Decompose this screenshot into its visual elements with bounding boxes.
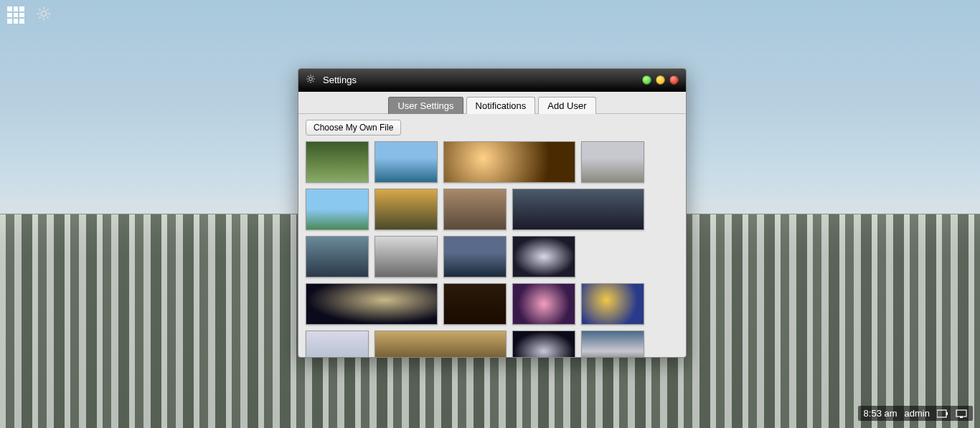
battery-icon[interactable] xyxy=(937,409,948,418)
wallpaper-thumb-moonlit-sea[interactable] xyxy=(443,236,507,277)
wallpaper-thumb-fractal-orange[interactable] xyxy=(581,283,644,325)
gear-icon xyxy=(306,74,316,87)
gear-icon[interactable] xyxy=(36,6,52,24)
window-control-buttons xyxy=(642,75,679,85)
taskbar: 8:53 am admin xyxy=(858,406,973,421)
svg-rect-2 xyxy=(937,410,946,417)
wallpaper-scroll-area[interactable]: Choose My Own File xyxy=(298,114,686,357)
svg-point-1 xyxy=(309,77,313,80)
choose-file-button[interactable]: Choose My Own File xyxy=(306,120,401,135)
tab-notifications[interactable]: Notifications xyxy=(466,97,536,114)
tab-add-user[interactable]: Add User xyxy=(538,97,595,114)
wallpaper-thumb-coastline[interactable] xyxy=(374,141,438,183)
window-title: Settings xyxy=(323,75,357,85)
wallpaper-thumb-cruise-ship[interactable] xyxy=(306,236,369,277)
wallpaper-thumb-andromeda-galaxy[interactable] xyxy=(306,283,438,325)
apps-grid-icon[interactable] xyxy=(7,6,24,24)
svg-rect-3 xyxy=(946,412,948,415)
desktop-menubar xyxy=(7,6,52,24)
window-content: Choose My Own File xyxy=(298,114,686,357)
tab-user-settings[interactable]: User Settings xyxy=(388,97,463,114)
display-icon[interactable] xyxy=(956,409,967,418)
wallpaper-thumb-astronaut[interactable] xyxy=(306,330,369,357)
svg-rect-4 xyxy=(956,410,966,417)
wallpaper-thumb-rose-window[interactable] xyxy=(512,283,575,325)
close-button[interactable] xyxy=(669,75,679,85)
wallpaper-thumb-white-sports-car[interactable] xyxy=(581,330,644,357)
minimize-button[interactable] xyxy=(642,75,651,85)
wallpaper-thumb-star-galaxy[interactable] xyxy=(512,330,575,357)
svg-point-0 xyxy=(41,11,46,16)
wallpaper-thumb-cathedral-interior[interactable] xyxy=(443,283,507,325)
settings-window: Settings User Settings Notifications Add… xyxy=(298,68,687,358)
wallpaper-thumb-palace[interactable] xyxy=(581,141,644,183)
wallpaper-thumb-autumn-trees[interactable] xyxy=(374,189,438,230)
wallpaper-thumb-castle-lake[interactable] xyxy=(306,189,369,230)
maximize-button[interactable] xyxy=(656,75,665,85)
wallpaper-thumb-saturn-space[interactable] xyxy=(443,141,575,183)
wallpaper-thumb-rocky-cliffs[interactable] xyxy=(443,189,507,230)
wallpaper-thumb-city-skyline[interactable] xyxy=(512,189,644,230)
window-titlebar[interactable]: Settings xyxy=(298,69,686,92)
wallpaper-grid xyxy=(306,141,682,357)
taskbar-time: 8:53 am xyxy=(864,408,897,419)
wallpaper-thumb-misty-hills[interactable] xyxy=(374,330,507,357)
wallpaper-thumb-frosty-trees[interactable] xyxy=(374,236,438,277)
wallpaper-thumb-waterfall-forest[interactable] xyxy=(306,141,369,183)
tab-bar: User Settings Notifications Add User xyxy=(298,92,686,114)
taskbar-user[interactable]: admin xyxy=(905,408,930,419)
svg-rect-5 xyxy=(960,417,963,418)
wallpaper-thumb-spiral-galaxy[interactable] xyxy=(512,236,575,277)
